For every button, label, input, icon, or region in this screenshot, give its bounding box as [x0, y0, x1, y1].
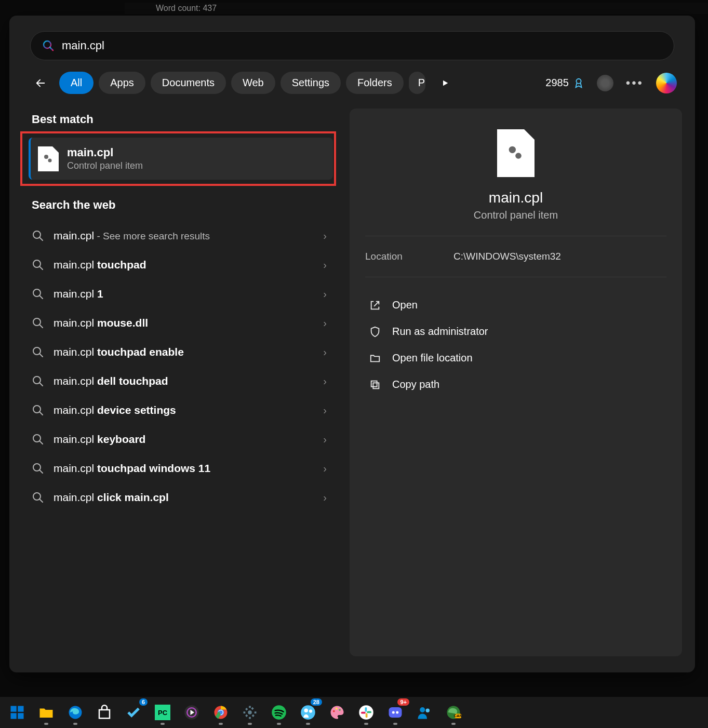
web-result-1[interactable]: main.cpl touchpad› — [22, 250, 339, 279]
search-icon — [32, 375, 44, 387]
filter-all[interactable]: All — [59, 72, 93, 94]
chevron-right-icon: › — [323, 259, 327, 271]
word-count: Word count: 437 — [156, 4, 217, 13]
svg-point-47 — [336, 708, 338, 710]
explorer-app[interactable] — [34, 700, 58, 724]
action-open-location[interactable]: Open file location — [365, 345, 666, 371]
svg-line-20 — [39, 441, 43, 444]
web-result-5[interactable]: main.cpl dell touchpad› — [22, 367, 339, 396]
web-result-7[interactable]: main.cpl keyboard› — [22, 425, 339, 454]
rewards-icon — [573, 77, 584, 89]
edge-app[interactable] — [63, 700, 87, 724]
filter-folders[interactable]: Folders — [346, 72, 404, 94]
media-app[interactable] — [180, 700, 204, 724]
web-result-3[interactable]: main.cpl mouse.dll› — [22, 308, 339, 338]
start-button[interactable] — [5, 700, 29, 724]
preview-title: main.cpl — [365, 190, 666, 206]
search-icon — [32, 230, 44, 242]
more-options-button[interactable]: ••• — [626, 76, 644, 90]
svg-line-14 — [39, 354, 43, 357]
store-app[interactable] — [92, 700, 116, 724]
chevron-right-icon: › — [323, 463, 327, 475]
filter-settings[interactable]: Settings — [280, 72, 341, 94]
action-open[interactable]: Open — [365, 292, 666, 318]
discord-icon — [388, 705, 403, 720]
back-button[interactable] — [30, 73, 51, 93]
copy-icon — [369, 379, 381, 390]
best-match-result[interactable]: main.cpl Control panel item — [26, 136, 335, 182]
play-icon — [441, 79, 449, 87]
filter-documents[interactable]: Documents — [151, 72, 226, 94]
web-result-text: main.cpl keyboard — [54, 433, 323, 446]
gear-icon — [242, 705, 258, 720]
search-web-heading: Search the web — [32, 198, 339, 212]
action-run-admin[interactable]: Run as administrator — [365, 318, 666, 345]
search-icon — [42, 39, 55, 52]
svg-point-44 — [304, 709, 309, 713]
web-result-2[interactable]: main.cpl 1› — [22, 279, 339, 308]
search-icon — [32, 346, 44, 358]
filter-apps[interactable]: Apps — [99, 72, 145, 94]
search-bar[interactable] — [30, 31, 674, 60]
chevron-right-icon: › — [323, 375, 327, 387]
search-icon — [32, 462, 44, 475]
pycharm-app[interactable]: PC — [151, 700, 175, 724]
preview-subtitle: Control panel item — [365, 209, 666, 221]
svg-rect-28 — [371, 381, 377, 386]
svg-rect-34 — [99, 710, 110, 718]
svg-rect-54 — [389, 707, 402, 718]
web-result-4[interactable]: main.cpl touchpad enable› — [22, 338, 339, 367]
chevron-right-icon: › — [323, 288, 327, 300]
svg-point-41 — [248, 710, 252, 714]
cpl-file-icon — [38, 146, 59, 171]
settings-app[interactable] — [238, 700, 262, 724]
paint-app[interactable] — [325, 700, 349, 724]
location-label: Location — [365, 251, 453, 262]
web-result-0[interactable]: main.cpl - See more search results› — [22, 221, 339, 250]
web-result-text: main.cpl 1 — [54, 288, 323, 300]
scroll-filters-button[interactable] — [435, 73, 456, 93]
edge-canary-app[interactable]: CAN — [442, 700, 465, 724]
people-app[interactable] — [412, 700, 436, 724]
people-icon — [417, 705, 432, 720]
todo-badge: 6 — [139, 698, 148, 706]
pycharm-icon: PC — [155, 705, 170, 720]
check-icon — [126, 705, 141, 720]
gears-icon — [42, 153, 55, 165]
rewards-points[interactable]: 2985 — [545, 77, 584, 89]
chrome-app[interactable] — [209, 700, 233, 724]
svg-point-25 — [509, 146, 516, 153]
svg-point-3 — [44, 155, 48, 159]
search-icon — [32, 317, 44, 329]
svg-rect-31 — [11, 713, 17, 719]
web-result-8[interactable]: main.cpl touchpad windows 11› — [22, 454, 339, 483]
divider — [365, 236, 666, 236]
copilot-button[interactable] — [656, 73, 677, 93]
web-result-text: main.cpl dell touchpad — [54, 375, 323, 387]
folder-icon — [369, 353, 381, 364]
svg-point-45 — [309, 709, 312, 712]
spotify-app[interactable] — [267, 700, 291, 724]
discord-badge: 9+ — [397, 698, 409, 706]
folder-icon — [38, 705, 54, 720]
todo-app[interactable]: 6 — [122, 700, 145, 724]
web-result-9[interactable]: main.cpl click main.cpl› — [22, 483, 339, 512]
web-result-6[interactable]: main.cpl device settings› — [22, 396, 339, 425]
discord-app[interactable]: 9+ — [383, 700, 407, 724]
user-avatar[interactable] — [597, 75, 613, 91]
action-copy-path[interactable]: Copy path — [365, 371, 666, 398]
windows-search-panel: All Apps Documents Web Settings Folders … — [9, 16, 695, 672]
teams-app[interactable]: 28 — [296, 700, 320, 724]
taskbar: 6 PC 28 9+ CAN — [0, 697, 708, 728]
arrow-left-icon — [35, 77, 46, 89]
filter-web[interactable]: Web — [231, 72, 275, 94]
edge-canary-icon: CAN — [446, 705, 461, 720]
svg-line-16 — [39, 383, 43, 386]
svg-point-26 — [515, 153, 522, 159]
search-input[interactable] — [62, 39, 662, 52]
slack-app[interactable] — [354, 700, 378, 724]
chevron-right-icon: › — [323, 405, 327, 416]
svg-line-24 — [39, 499, 43, 502]
svg-rect-51 — [367, 711, 371, 713]
filter-more-cut[interactable]: P — [409, 72, 425, 94]
